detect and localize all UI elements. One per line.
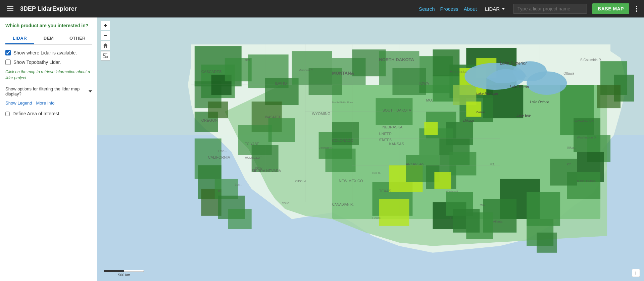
svg-text:CASCADES: CASCADES <box>201 70 221 74</box>
svg-text:Lake Superior: Lake Superior <box>500 61 527 66</box>
svg-rect-9 <box>208 102 228 118</box>
basemap-button[interactable]: BASE MAP <box>592 3 629 14</box>
zoom-extent-button[interactable] <box>101 51 110 61</box>
svg-text:CANADIAN R.: CANADIAN R. <box>332 203 354 206</box>
svg-text:BOI...: BOI... <box>245 58 253 62</box>
svg-text:Lake Huron: Lake Huron <box>510 85 529 89</box>
tab-dem[interactable]: DEM <box>34 33 63 44</box>
define-aoi-label: Define Area of Interest <box>12 111 59 116</box>
search-project-input[interactable] <box>513 4 587 14</box>
filter-expand-icon[interactable] <box>89 90 92 92</box>
more-options-icon[interactable] <box>635 4 639 13</box>
lidar-dropdown-button[interactable]: LIDAR <box>482 5 508 13</box>
scale-label: 500 km <box>118 273 130 277</box>
svg-text:Atlanta: Atlanta <box>493 220 502 223</box>
lidar-available-row: Show where Lidar is available. <box>5 50 92 55</box>
svg-text:MS.: MS. <box>490 163 495 166</box>
svg-text:Minnesota: Minnesota <box>449 70 467 74</box>
app-header: 3DEP LidarExplorer Search Process About … <box>0 0 644 17</box>
header-nav: Search Process About <box>419 6 477 12</box>
svg-text:S Columbia R.: S Columbia R. <box>580 58 602 62</box>
show-legend-link[interactable]: Show Legend <box>5 101 32 106</box>
svg-text:North Platte River: North Platte River <box>332 101 353 104</box>
svg-text:Washita R.: Washita R. <box>446 190 459 193</box>
svg-rect-21 <box>228 209 252 229</box>
svg-text:TEXAS: TEXAS <box>379 189 391 193</box>
svg-rect-71 <box>434 172 451 189</box>
svg-text:OREGON: OREGON <box>201 118 218 122</box>
search-nav-link[interactable]: Search <box>419 6 435 12</box>
svg-text:NORTH DAKOTA: NORTH DAKOTA <box>379 57 414 62</box>
svg-text:Hondu...: Hondu... <box>372 216 384 220</box>
svg-text:s.: s. <box>449 216 452 220</box>
product-question: Which product are you interested in? <box>5 23 92 28</box>
chevron-down-icon <box>502 8 505 10</box>
app-title: 3DEP LidarExplorer <box>20 5 77 12</box>
map-controls: + − <box>101 21 110 61</box>
filter-label: Show options for filtering the lidar map… <box>5 86 86 96</box>
svg-rect-143 <box>106 56 107 58</box>
show-links-row: Show Legend More Info <box>5 101 92 106</box>
svg-text:COLO...: COLO... <box>282 202 292 205</box>
svg-text:CIBOLA: CIBOLA <box>295 179 306 183</box>
lidar-available-checkbox[interactable] <box>5 50 11 55</box>
svg-text:Lake Michigan: Lake Michigan <box>476 92 498 95</box>
svg-text:ADIRONDACK: ADIRONDACK <box>574 119 594 122</box>
svg-text:KY.: KY. <box>567 163 571 166</box>
svg-text:Utica...: Utica... <box>567 146 576 149</box>
svg-text:MONTANA: MONTANA <box>332 71 354 76</box>
svg-rect-48 <box>537 233 557 253</box>
svg-text:WASATCH: WASATCH <box>265 115 282 119</box>
svg-text:ARKANSAS: ARKANSAS <box>406 162 424 166</box>
about-nav-link[interactable]: About <box>464 6 477 12</box>
more-info-link[interactable]: More Info <box>36 101 55 106</box>
main-layout: Which product are you interested in? LID… <box>0 17 644 281</box>
svg-text:NEBRASKA: NEBRASKA <box>382 125 402 129</box>
topobathy-row: Show Topobathy Lidar. <box>5 59 92 65</box>
svg-rect-42 <box>597 85 621 108</box>
svg-text:SIERRA NEVADA: SIERRA NEVADA <box>252 169 281 173</box>
svg-rect-39 <box>550 159 577 186</box>
us-map-container: MONTANA IDAHO WASATCH TOIYABE HUMBOLDT I… <box>97 17 644 281</box>
zoom-in-button[interactable]: + <box>101 21 110 30</box>
define-aoi-row: Define Area of Interest <box>5 111 92 116</box>
svg-rect-72 <box>466 102 481 117</box>
svg-rect-13 <box>268 118 295 142</box>
info-button[interactable]: i <box>632 269 640 277</box>
svg-text:Pil...: Pil... <box>218 190 224 193</box>
svg-text:MS.: MS. <box>480 203 485 206</box>
svg-point-75 <box>527 71 567 95</box>
svg-text:Fran...: Fran... <box>218 149 227 153</box>
svg-text:SOUTH DAKOTA: SOUTH DAKOTA <box>382 108 411 112</box>
menu-icon[interactable] <box>5 5 15 12</box>
sidebar: Which product are you interested in? LID… <box>0 17 97 281</box>
svg-rect-56 <box>453 209 480 233</box>
topobathy-label: Show Topobathy Lidar. <box>13 59 61 65</box>
svg-rect-59 <box>326 149 356 172</box>
scale-line <box>104 270 144 272</box>
map-svg[interactable]: MONTANA IDAHO WASATCH TOIYABE HUMBOLDT I… <box>97 17 644 281</box>
zoom-out-button[interactable]: − <box>101 31 110 40</box>
svg-text:Washington D...: Washington D... <box>577 136 598 139</box>
lidar-available-label: Show where Lidar is available. <box>13 50 77 55</box>
tab-lidar[interactable]: LIDAR <box>5 33 34 44</box>
svg-text:STATES: STATES <box>379 138 392 142</box>
map-info-text: Click on the map to retrieve information… <box>5 69 92 81</box>
svg-rect-62 <box>449 152 476 175</box>
define-aoi-checkbox[interactable] <box>5 112 10 116</box>
svg-text:IDAHO: IDAHO <box>275 81 287 85</box>
svg-text:Lake Ontario: Lake Ontario <box>530 100 549 104</box>
svg-text:HUMBOLDT: HUMBOLDT <box>245 156 262 159</box>
topobathy-checkbox[interactable] <box>5 59 11 65</box>
tab-other[interactable]: OTHER <box>63 33 92 44</box>
svg-rect-70 <box>424 122 438 135</box>
svg-text:Red R.: Red R. <box>372 171 381 174</box>
svg-text:Los...: Los... <box>235 183 242 186</box>
svg-text:CALIFORNIA: CALIFORNIA <box>208 155 231 159</box>
svg-rect-51 <box>379 199 409 226</box>
process-nav-link[interactable]: Process <box>440 6 458 12</box>
map-area[interactable]: MONTANA IDAHO WASATCH TOIYABE HUMBOLDT I… <box>97 17 644 281</box>
svg-text:Missouri R.: Missouri R. <box>299 69 314 72</box>
home-button[interactable] <box>101 41 110 50</box>
svg-text:COLORADO: COLORADO <box>332 138 353 143</box>
